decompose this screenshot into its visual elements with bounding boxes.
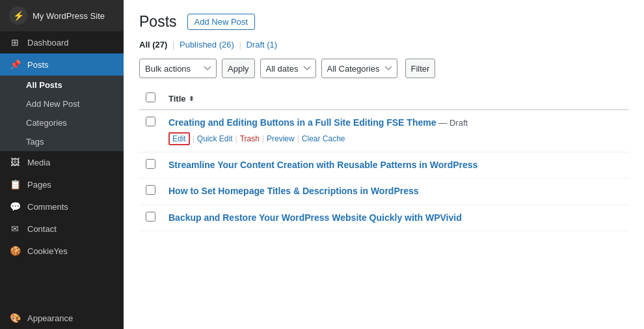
title-sort[interactable]: Title ⬍	[168, 94, 194, 104]
sidebar-item-appearance[interactable]: 🎨 Appearance	[0, 307, 124, 329]
comments-icon: 💬	[9, 201, 21, 212]
header-checkbox-cell	[139, 87, 162, 110]
table-row: Creating and Editing Buttons in a Full S…	[139, 110, 628, 152]
sidebar-label-comments: Comments	[27, 202, 68, 212]
post-draft-label-1: — Draft	[438, 118, 468, 128]
post-title-link-1[interactable]: Creating and Editing Buttons in a Full S…	[168, 117, 468, 128]
quick-edit-link-1[interactable]: Quick Edit	[197, 134, 233, 143]
title-column-label: Title	[168, 94, 186, 104]
post-title-text-4: Backup and Restore Your WordPress Websit…	[168, 212, 462, 223]
row-checkbox-3[interactable]	[146, 185, 155, 195]
tags-label: Tags	[26, 137, 44, 147]
wp-logo-icon: ⚡	[9, 7, 27, 25]
sidebar-item-contact[interactable]: ✉ Contact	[0, 218, 124, 240]
filter-tab-all[interactable]: All (27)	[139, 40, 167, 50]
posts-submenu: All Posts Add New Post Categories Tags	[0, 76, 124, 151]
media-icon: 🖼	[9, 157, 21, 167]
clear-cache-link-1[interactable]: Clear Cache	[302, 134, 345, 143]
trash-link-1[interactable]: Trash	[240, 134, 260, 143]
row-title-cell-4: Backup and Restore Your WordPress Websit…	[162, 205, 628, 231]
preview-link-1[interactable]: Preview	[267, 134, 295, 143]
sidebar-logo[interactable]: ⚡ My WordPress Site	[0, 0, 124, 31]
post-title-link-3[interactable]: How to Set Homepage Titles & Description…	[168, 186, 419, 196]
sidebar-label-appearance: Appearance	[27, 313, 73, 323]
sidebar-label-dashboard: Dashboard	[27, 38, 69, 48]
sidebar-item-pages[interactable]: 📋 Pages	[0, 173, 124, 195]
sidebar-item-categories[interactable]: Categories	[0, 113, 124, 132]
all-posts-label: All Posts	[26, 80, 62, 90]
sidebar-item-all-posts[interactable]: All Posts	[0, 76, 124, 94]
posts-icon: 📌	[9, 59, 21, 70]
dashboard-icon: ⊞	[9, 37, 21, 48]
page-header: Posts Add New Post	[139, 13, 628, 31]
site-name: My WordPress Site	[33, 11, 105, 21]
sidebar-item-tags[interactable]: Tags	[0, 132, 124, 151]
posts-table: Title ⬍ Creating and Editing Buttons in …	[139, 87, 628, 231]
page-title: Posts	[139, 13, 177, 31]
main-area: Posts Add New Post All (27) | Published …	[124, 0, 644, 329]
sidebar-label-posts: Posts	[27, 60, 49, 70]
sort-icon: ⬍	[189, 95, 194, 102]
sidebar-item-add-new-post[interactable]: Add New Post	[0, 94, 124, 113]
pages-icon: 📋	[9, 179, 21, 190]
row-checkbox-4[interactable]	[146, 212, 155, 222]
header-title-cell: Title ⬍	[162, 87, 628, 110]
all-categories-select[interactable]: All Categories	[321, 59, 397, 78]
add-new-post-button[interactable]: Add New Post	[187, 14, 255, 30]
cookieyes-icon: 🍪	[9, 246, 21, 256]
filter-button[interactable]: Filter	[405, 59, 436, 78]
separator-1: |	[172, 40, 174, 50]
table-row: How to Set Homepage Titles & Description…	[139, 179, 628, 205]
row-checkbox-1[interactable]	[146, 117, 155, 126]
post-title-text-2: Streamline Your Content Creation with Re…	[168, 160, 477, 170]
post-actions-1: Edit | Quick Edit | Trash | Preview | Cl…	[168, 132, 622, 145]
select-all-checkbox[interactable]	[146, 93, 155, 102]
all-dates-select[interactable]: All dates	[260, 59, 316, 78]
table-row: Backup and Restore Your WordPress Websit…	[139, 205, 628, 231]
post-title-text-1: Creating and Editing Buttons in a Full S…	[168, 117, 436, 128]
sidebar-item-posts[interactable]: 📌 Posts	[0, 53, 124, 76]
filter-tabs: All (27) | Published (26) | Draft (1)	[139, 40, 628, 50]
bulk-actions-select[interactable]: Bulk actions Edit Move to Trash	[139, 59, 217, 78]
sidebar-item-dashboard[interactable]: ⊞ Dashboard	[0, 31, 124, 53]
row-title-cell-1: Creating and Editing Buttons in a Full S…	[162, 110, 628, 152]
sidebar-item-cookieyes[interactable]: 🍪 CookieYes	[0, 240, 124, 262]
table-row: Streamline Your Content Creation with Re…	[139, 152, 628, 179]
sidebar-item-comments[interactable]: 💬 Comments	[0, 195, 124, 218]
row-checkbox-cell-1	[139, 110, 162, 152]
post-title-link-2[interactable]: Streamline Your Content Creation with Re…	[168, 160, 477, 170]
edit-link-1[interactable]: Edit	[172, 134, 186, 143]
row-checkbox-2[interactable]	[146, 159, 155, 169]
apply-button[interactable]: Apply	[222, 59, 255, 78]
row-title-cell-2: Streamline Your Content Creation with Re…	[162, 152, 628, 179]
edit-highlight: Edit	[168, 132, 190, 145]
sidebar-item-media[interactable]: 🖼 Media	[0, 151, 124, 173]
toolbar: Bulk actions Edit Move to Trash Apply Al…	[139, 59, 628, 78]
row-title-cell-3: How to Set Homepage Titles & Description…	[162, 179, 628, 205]
row-checkbox-cell-2	[139, 152, 162, 179]
sidebar-label-cookieyes: CookieYes	[27, 246, 68, 256]
sidebar-label-pages: Pages	[27, 180, 51, 190]
filter-tab-published[interactable]: Published (26)	[180, 40, 234, 50]
sidebar-label-media: Media	[27, 158, 50, 167]
row-checkbox-cell-3	[139, 179, 162, 205]
sidebar-label-contact: Contact	[27, 224, 57, 234]
appearance-icon: 🎨	[9, 313, 21, 323]
main-content: Posts Add New Post All (27) | Published …	[124, 0, 644, 329]
table-header: Title ⬍	[139, 87, 628, 110]
filter-tab-draft[interactable]: Draft (1)	[246, 40, 277, 50]
sidebar-bottom: 🎨 Appearance	[0, 307, 124, 329]
sidebar: ⚡ My WordPress Site ⊞ Dashboard 📌 Posts …	[0, 0, 124, 329]
add-new-post-label: Add New Post	[26, 99, 79, 109]
categories-label: Categories	[26, 118, 67, 128]
post-title-link-4[interactable]: Backup and Restore Your WordPress Websit…	[168, 212, 462, 223]
table-body: Creating and Editing Buttons in a Full S…	[139, 110, 628, 231]
separator-2: |	[239, 40, 241, 50]
row-checkbox-cell-4	[139, 205, 162, 231]
contact-icon: ✉	[9, 223, 21, 234]
post-title-text-3: How to Set Homepage Titles & Description…	[168, 186, 419, 196]
